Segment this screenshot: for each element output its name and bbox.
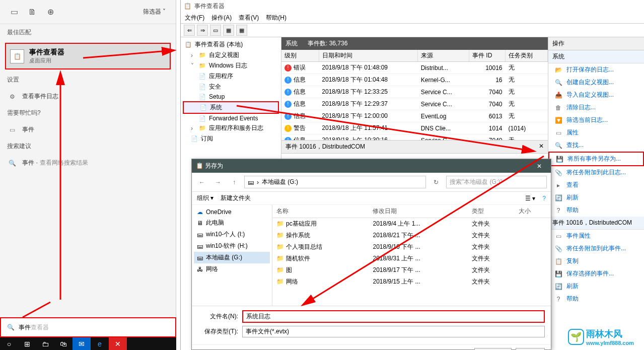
table-row[interactable]: !错误2018/9/18 下午 01:48:09Distribut...1001…: [281, 62, 548, 74]
event-table[interactable]: 级别 日期和时间 来源 事件 ID 任务类别 !错误2018/9/18 下午 0…: [281, 50, 548, 141]
settings-item[interactable]: ⚙ 查看事件日志: [0, 88, 176, 105]
refresh-button[interactable]: ↻: [430, 176, 442, 188]
document-icon[interactable]: 🗎: [23, 3, 41, 21]
action-item[interactable]: 📎将任务附加到此日志...: [548, 166, 644, 179]
recent-icon[interactable]: ▭: [5, 3, 23, 21]
table-row[interactable]: !信息2018/9/18 下午 01:04:48Kernel-G...16无: [281, 74, 548, 86]
tree-drive-i[interactable]: 🖴win10-个人 (I:): [194, 229, 270, 240]
cancel-button[interactable]: 取消: [516, 348, 545, 350]
action-item[interactable]: 📋复制: [548, 255, 644, 267]
menu-help[interactable]: 帮助(H): [266, 14, 287, 22]
toolbaricon2[interactable]: ▦: [223, 25, 234, 36]
toolbaricon3[interactable]: ▦: [236, 25, 247, 36]
file-row[interactable]: 📁图2018/9/17 下午 ...文件夹: [272, 264, 551, 276]
fcol-size[interactable]: 大小: [515, 205, 551, 218]
dialog-close-button[interactable]: ✕: [532, 163, 547, 170]
nav-up-button[interactable]: ↑: [228, 176, 240, 188]
filetype-label: 保存类型(T):: [198, 327, 238, 336]
menu-view[interactable]: 查看(V): [239, 14, 259, 22]
store-icon[interactable]: 🛍: [54, 337, 73, 350]
cortana-search-box[interactable]: 🔍 事件查看器: [0, 317, 176, 337]
file-row[interactable]: 📁随机软件2018/8/31 上午 ...文件夹: [272, 253, 551, 264]
search-field[interactable]: 搜索"本地磁盘 (G:)": [446, 176, 547, 188]
tree-forwarded[interactable]: 📄Forwarded Events: [183, 114, 279, 123]
action-item[interactable]: ?帮助: [548, 204, 644, 217]
tree-network[interactable]: 🖧网络: [194, 263, 270, 275]
tree-drive-g[interactable]: 🖴本地磁盘 (G:): [194, 252, 270, 263]
tree-app-services[interactable]: ›📁应用程序和服务日志: [183, 123, 279, 133]
task-view-icon[interactable]: ⊞: [18, 337, 36, 350]
filter-dropdown[interactable]: 筛选器 ˅: [143, 8, 166, 16]
tree-custom-views[interactable]: ›📁自定义视图: [183, 50, 279, 60]
nav-back-button[interactable]: ←: [196, 176, 208, 188]
tree-security[interactable]: 📄安全: [183, 82, 279, 92]
fcol-type[interactable]: 类型: [468, 205, 515, 218]
filename-input[interactable]: 系统日志: [242, 310, 545, 323]
outlook-icon[interactable]: ✉: [73, 337, 91, 350]
organize-menu[interactable]: 组织 ▾: [197, 194, 213, 202]
table-row[interactable]: !信息2018/9/18 上午 10:30:16Service C...7040…: [281, 134, 548, 141]
col-id[interactable]: 事件 ID: [469, 50, 506, 62]
tree-drive-h[interactable]: 🖴win10-软件 (H:): [194, 240, 270, 252]
close-icon[interactable]: ✕: [109, 337, 127, 350]
table-row[interactable]: !信息2018/9/18 下午 12:29:37Service C...7040…: [281, 98, 548, 110]
action-item[interactable]: 🔍创建自定义视图...: [548, 76, 644, 89]
col-source[interactable]: 来源: [418, 50, 469, 62]
action-item[interactable]: ▭属性: [548, 126, 644, 139]
toolbaricon1[interactable]: ▭: [210, 25, 221, 36]
table-row[interactable]: !信息2018/9/18 下午 12:33:25Service C...7040…: [281, 86, 548, 98]
tree-onedrive[interactable]: ☁OneDrive: [194, 207, 270, 217]
action-item[interactable]: 🔍查找...: [548, 139, 644, 152]
action-item[interactable]: 💾保存选择的事件...: [548, 267, 644, 280]
back-button[interactable]: ⇐: [184, 25, 195, 36]
view-options-icon[interactable]: ☰ ▾: [525, 195, 535, 202]
action-item[interactable]: 💾将所有事件另存为...: [548, 152, 644, 166]
action-item[interactable]: 🔽筛选当前日志...: [548, 114, 644, 126]
action-item[interactable]: 🔄刷新: [548, 280, 644, 293]
edge-icon[interactable]: e: [91, 337, 109, 350]
close-detail-icon[interactable]: ✕: [539, 143, 544, 151]
tree-setup[interactable]: 📄Setup: [183, 92, 279, 101]
web-icon[interactable]: ⊕: [41, 3, 59, 21]
menu-action[interactable]: 操作(A): [211, 14, 232, 22]
action-item[interactable]: 📥导入自定义视图...: [548, 89, 644, 101]
tree-subscriptions[interactable]: 📄订阅: [183, 133, 279, 144]
fcol-name[interactable]: 名称: [272, 205, 369, 218]
file-row[interactable]: 📁网络2018/9/15 上午 ...文件夹: [272, 276, 551, 288]
help-item[interactable]: ▭ 事件: [0, 121, 176, 138]
action-item[interactable]: 🗑清除日志...: [548, 101, 644, 114]
save-button[interactable]: 保存(S): [474, 348, 512, 350]
col-datetime[interactable]: 日期和时间: [319, 50, 417, 62]
address-bar[interactable]: 🖴 › 本地磁盘 (G:): [244, 176, 426, 188]
file-list[interactable]: 名称 修改日期 类型 大小 📁pc基础应用2018/9/4 上午 1...文件夹…: [272, 205, 551, 306]
start-button[interactable]: ○: [0, 337, 18, 350]
suggest-item[interactable]: 🔍 事件 - 查看网络搜索结果: [0, 155, 176, 171]
tree-application[interactable]: 📄应用程序: [183, 71, 279, 82]
nav-forward-button[interactable]: →: [212, 176, 224, 188]
new-folder-button[interactable]: 新建文件夹: [221, 194, 251, 202]
fcol-date[interactable]: 修改日期: [369, 205, 468, 218]
explorer-icon[interactable]: 🗀: [36, 337, 54, 350]
table-row[interactable]: !信息2018/9/18 下午 12:00:00EventLog6013无: [281, 110, 548, 122]
file-row[interactable]: 📁pc基础应用2018/9/4 上午 1...文件夹: [272, 218, 551, 230]
file-row[interactable]: 📁个人项目总结2018/9/10 下午 ...文件夹: [272, 241, 551, 253]
action-item[interactable]: 📎将任务附加到此事件...: [548, 242, 644, 255]
filetype-select[interactable]: 事件文件(*.evtx): [242, 326, 545, 337]
tree-windows-logs[interactable]: ˅📁Windows 日志: [183, 60, 279, 71]
tree-thispc[interactable]: 🖥此电脑: [194, 217, 270, 229]
table-row[interactable]: !警告2018/9/18 上午 11:57:41DNS Clie...1014(…: [281, 122, 548, 134]
action-item[interactable]: 📂打开保存的日志...: [548, 63, 644, 76]
file-row[interactable]: 📁操作系统2018/8/21 下午 ...文件夹: [272, 230, 551, 241]
help-icon[interactable]: ?: [542, 195, 546, 202]
action-item[interactable]: 🔄刷新: [548, 191, 644, 204]
tree-system[interactable]: 📄系统: [183, 101, 279, 114]
col-level[interactable]: 级别: [281, 50, 319, 62]
forward-button[interactable]: ⇒: [197, 25, 208, 36]
tree-root[interactable]: 📋事件查看器 (本地): [183, 39, 279, 50]
action-item[interactable]: ▸查看: [548, 179, 644, 191]
action-item[interactable]: ?帮助: [548, 293, 644, 305]
col-category[interactable]: 任务类别: [506, 50, 548, 62]
best-match-item[interactable]: 📋 事件查看器 桌面应用: [5, 43, 171, 69]
action-item[interactable]: ▭事件属性: [548, 230, 644, 242]
menu-file[interactable]: 文件(F): [185, 14, 204, 22]
